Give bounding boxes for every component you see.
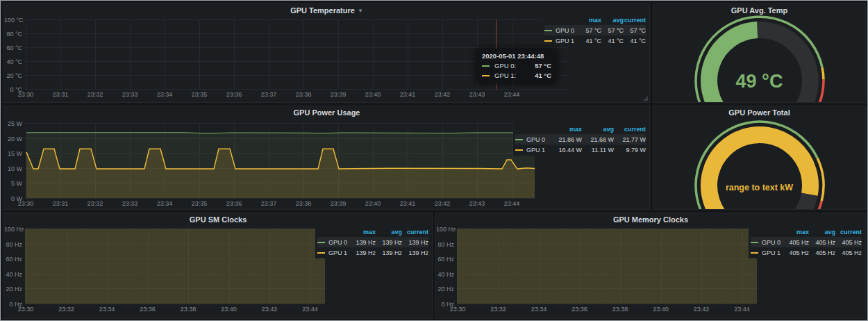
legend-series-gpu-1[interactable]: GPU 1 xyxy=(515,147,550,154)
gridline-horizontal xyxy=(457,304,757,304)
panel-title-gpu-temperature[interactable]: GPU Temperature▼ xyxy=(4,5,649,17)
legend-series-gpu-0[interactable]: GPU 0 xyxy=(751,239,783,246)
y-axis-tick-label: 20 Hz xyxy=(436,286,454,293)
grafana-dashboard: GPU Temperature▼ 2020-05-01 23:44:48 GPU… xyxy=(0,0,868,321)
legend-header-current: current xyxy=(614,126,646,133)
panel-title-gpu-power-usage[interactable]: GPU Power Usage xyxy=(4,107,649,119)
y-axis-tick-label: 60 °C xyxy=(4,44,22,51)
panel-gpu-temperature: GPU Temperature▼ 2020-05-01 23:44:48 GPU… xyxy=(3,3,650,103)
x-axis-tick-label: 23:44 xyxy=(728,306,756,313)
legend-series-name: GPU 0 xyxy=(328,239,347,246)
panel-gpu-memory-clocks: GPU Memory Clocks 100 Hz80 Hz60 Hz40 Hz2… xyxy=(435,213,866,319)
legend-series-gpu-0[interactable]: GPU 0 xyxy=(544,27,579,34)
legend-stat-current: 9.79 W xyxy=(614,147,646,154)
x-axis-tick-label: 23:38 xyxy=(174,306,202,313)
tooltip-series-row: GPU 0:57 °C xyxy=(482,62,551,69)
tooltip-series-value: 41 °C xyxy=(535,72,551,79)
legend: maxavgcurrentGPU 0405 Hz405 Hz405 HzGPU … xyxy=(749,226,864,258)
gridline-horizontal xyxy=(25,19,567,20)
gridline-vertical xyxy=(269,19,269,89)
legend-header-avg: avg xyxy=(582,126,614,133)
x-axis-tick-label: 23:33 xyxy=(116,91,144,98)
legend-header-current: current xyxy=(835,229,862,236)
x-axis-tick-label: 23:44 xyxy=(498,200,526,207)
panel-gpu-sm-clocks: GPU SM Clocks 100 Hz80 Hz60 Hz40 Hz20 Hz… xyxy=(3,213,433,319)
legend-header-avg: avg xyxy=(809,229,835,236)
x-axis-tick-label: 23:34 xyxy=(151,91,178,98)
legend-stat-current: 139 Hz xyxy=(402,239,428,246)
legend-header-max: max xyxy=(349,229,376,236)
legend-row: GPU 141 °C41 °C41 °C xyxy=(544,35,646,46)
series-color-swatch-icon xyxy=(317,242,325,243)
legend-row: GPU 0405 Hz405 Hz405 Hz xyxy=(751,237,862,247)
gauge-value-arc xyxy=(709,135,810,210)
gridline-vertical xyxy=(199,19,200,89)
gridline-vertical xyxy=(95,19,96,89)
panel-gpu-avg-temp: GPU Avg. Temp 49 °C xyxy=(653,3,866,103)
legend-series-gpu-1[interactable]: GPU 1 xyxy=(544,38,579,44)
x-axis-tick-label: 23:43 xyxy=(463,200,491,207)
legend-stat-current: 405 Hz xyxy=(835,239,862,246)
legend-stat-max: 21.86 W xyxy=(550,136,582,143)
panel-title-text: GPU Temperature xyxy=(290,6,355,15)
legend-stat-max: 16.44 W xyxy=(550,147,582,154)
panel-title-gpu-avg-temp[interactable]: GPU Avg. Temp xyxy=(653,5,865,17)
y-axis-tick-label: 40 Hz xyxy=(4,271,22,278)
x-axis-tick-label: 23:31 xyxy=(47,200,74,207)
panel-title-gpu-sm-clocks[interactable]: GPU SM Clocks xyxy=(4,214,432,226)
legend-series-gpu-1[interactable]: GPU 1 xyxy=(751,249,783,256)
legend-header-avg: avg xyxy=(376,229,402,236)
legend-stat-avg: 139 Hz xyxy=(376,239,402,246)
legend-stat-max: 41 °C xyxy=(579,38,601,44)
gauge-svg xyxy=(653,106,865,210)
series-color-swatch-icon xyxy=(482,65,490,67)
legend: maxavgcurrentGPU 057 °C57 °C57 °CGPU 141… xyxy=(542,14,648,47)
x-axis-tick-label: 23:36 xyxy=(566,306,594,313)
legend-series-gpu-0[interactable]: GPU 0 xyxy=(515,136,550,143)
legend-series-name: GPU 0 xyxy=(762,239,781,246)
x-axis-tick-label: 23:44 xyxy=(297,306,324,313)
legend-header-avg: avg xyxy=(601,17,624,24)
legend-series-name: GPU 1 xyxy=(526,147,545,154)
x-axis-tick-label: 23:39 xyxy=(324,200,352,207)
series-color-swatch-icon xyxy=(482,75,490,76)
x-axis-tick-label: 23:31 xyxy=(47,91,74,98)
x-axis-tick-label: 23:40 xyxy=(215,306,243,313)
legend-row: GPU 116.44 W11.11 W9.79 W xyxy=(515,145,646,155)
y-axis-tick-label: 20 W xyxy=(4,135,22,142)
legend-stat-avg: 21.68 W xyxy=(582,136,614,143)
y-axis-tick-label: 20 Hz xyxy=(4,286,22,293)
panel-title-text: GPU Power Usage xyxy=(294,108,360,117)
x-axis-tick-label: 23:32 xyxy=(53,306,81,313)
legend-series-gpu-1[interactable]: GPU 1 xyxy=(317,249,349,256)
legend-series-name: GPU 1 xyxy=(328,249,347,256)
series-color-swatch-icon xyxy=(544,40,552,42)
y-axis-tick-label: 10 W xyxy=(4,165,22,172)
gridline-horizontal xyxy=(25,33,567,34)
x-axis-tick-label: 23:42 xyxy=(256,306,283,313)
panel-resize-handle[interactable] xyxy=(643,96,648,101)
x-axis-tick-label: 23:44 xyxy=(498,91,526,98)
legend: maxavgcurrentGPU 0139 Hz139 Hz139 HzGPU … xyxy=(315,226,431,258)
x-axis-tick-label: 23:41 xyxy=(394,200,422,207)
x-axis-tick-label: 23:32 xyxy=(81,200,109,207)
legend-stat-current: 41 °C xyxy=(624,38,646,44)
y-axis-tick-label: 80 °C xyxy=(4,31,22,38)
series-color-swatch-icon xyxy=(544,30,552,31)
y-axis-tick-label: 100 Hz xyxy=(4,226,22,233)
legend-stat-current: 21.77 W xyxy=(614,136,646,143)
y-axis-tick-label: 5 W xyxy=(4,180,22,187)
legend-row: GPU 021.86 W21.68 W21.77 W xyxy=(515,134,646,145)
legend-series-gpu-0[interactable]: GPU 0 xyxy=(317,239,349,246)
panel-title-gpu-memory-clocks[interactable]: GPU Memory Clocks xyxy=(436,214,865,226)
power-usage-chart-svg[interactable] xyxy=(25,123,535,198)
legend-header-max: max xyxy=(783,229,809,236)
x-axis-tick-label: 23:34 xyxy=(93,306,121,313)
series-color-swatch-icon xyxy=(751,252,758,254)
legend-row: GPU 1139 Hz139 Hz139 Hz xyxy=(317,247,428,258)
x-axis-tick-label: 23:34 xyxy=(151,200,178,207)
x-axis-tick-label: 23:42 xyxy=(687,306,715,313)
panel-title-gpu-power-total[interactable]: GPU Power Total xyxy=(653,107,865,119)
y-axis-tick-label: 80 Hz xyxy=(4,241,22,248)
series-color-swatch-icon xyxy=(515,139,523,140)
